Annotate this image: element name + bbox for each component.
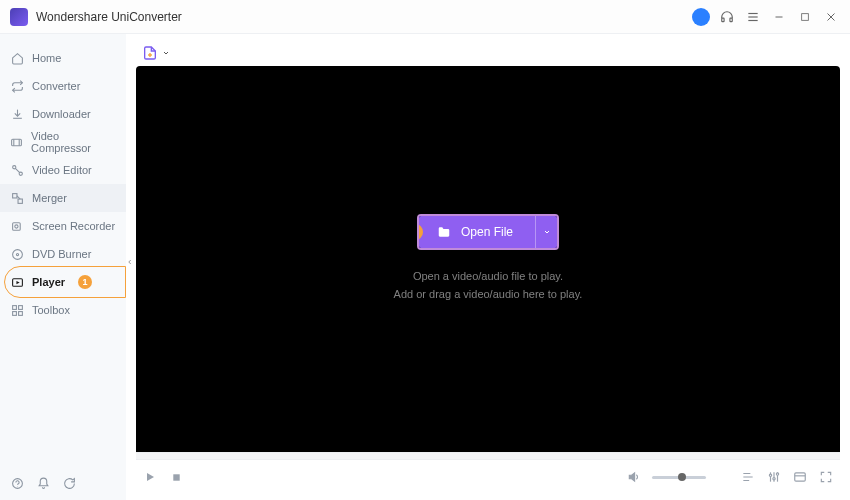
feedback-icon[interactable] xyxy=(62,476,76,490)
app-window: Wondershare UniConverter Home Converter … xyxy=(0,0,850,500)
sidebar-item-label: Video Compressor xyxy=(31,130,116,154)
sidebar-item-editor[interactable]: Video Editor xyxy=(0,156,126,184)
svg-marker-23 xyxy=(16,280,19,283)
svg-line-14 xyxy=(15,168,19,172)
headphones-icon[interactable] xyxy=(718,8,736,26)
merger-icon xyxy=(10,191,24,205)
snapshot-button[interactable] xyxy=(792,469,808,485)
hint-line-2: Add or drag a video/audio here to play. xyxy=(394,286,583,304)
svg-rect-33 xyxy=(173,474,179,480)
settings-button[interactable] xyxy=(766,469,782,485)
playback-controls xyxy=(136,460,840,494)
svg-point-40 xyxy=(776,473,778,475)
player-area[interactable]: 2 Open File Open a video/audio file to p… xyxy=(136,66,840,452)
close-button[interactable] xyxy=(822,8,840,26)
sidebar-item-label: Downloader xyxy=(32,108,91,120)
svg-rect-0 xyxy=(722,18,724,22)
titlebar: Wondershare UniConverter xyxy=(0,0,850,34)
help-icon[interactable] xyxy=(10,476,24,490)
svg-point-20 xyxy=(12,249,22,259)
svg-rect-1 xyxy=(730,18,732,22)
sidebar-item-toolbox[interactable]: Toolbox xyxy=(0,296,126,324)
sidebar-item-label: Toolbox xyxy=(32,304,70,316)
app-logo xyxy=(10,8,28,26)
svg-rect-16 xyxy=(18,199,22,203)
add-file-button[interactable] xyxy=(142,45,170,61)
svg-rect-24 xyxy=(12,305,16,309)
file-add-icon xyxy=(142,45,158,61)
toolbox-icon xyxy=(10,303,24,317)
minimize-button[interactable] xyxy=(770,8,788,26)
chevron-down-icon xyxy=(543,228,551,236)
home-icon xyxy=(10,51,24,65)
sidebar-item-compressor[interactable]: Video Compressor xyxy=(0,128,126,156)
sidebar-item-home[interactable]: Home xyxy=(0,44,126,72)
sidebar-item-merger[interactable]: Merger xyxy=(0,184,126,212)
body: Home Converter Downloader Video Compress… xyxy=(0,34,850,500)
user-avatar[interactable] xyxy=(692,8,710,26)
open-file-group: 2 Open File xyxy=(417,214,559,250)
seek-bar[interactable] xyxy=(136,452,840,460)
svg-point-19 xyxy=(14,224,17,227)
svg-point-39 xyxy=(773,478,775,480)
dvd-icon xyxy=(10,247,24,261)
svg-rect-9 xyxy=(12,139,22,146)
svg-rect-27 xyxy=(18,311,22,315)
sidebar: Home Converter Downloader Video Compress… xyxy=(0,34,126,500)
sidebar-item-label: Converter xyxy=(32,80,80,92)
folder-icon xyxy=(437,225,451,239)
open-file-label: Open File xyxy=(461,225,513,239)
converter-icon xyxy=(10,79,24,93)
compressor-icon xyxy=(10,135,23,149)
hint-line-1: Open a video/audio file to play. xyxy=(394,268,583,286)
play-button[interactable] xyxy=(142,469,158,485)
sidebar-item-label: Home xyxy=(32,52,61,64)
recorder-icon xyxy=(10,219,24,233)
chevron-down-icon xyxy=(162,49,170,57)
callout-badge-1: 1 xyxy=(78,275,92,289)
sidebar-item-label: DVD Burner xyxy=(32,248,91,260)
sidebar-item-label: Merger xyxy=(32,192,67,204)
open-file-dropdown[interactable] xyxy=(535,216,557,248)
svg-point-38 xyxy=(769,474,771,476)
sidebar-item-dvd[interactable]: DVD Burner xyxy=(0,240,126,268)
open-file-button[interactable]: Open File xyxy=(419,216,535,248)
svg-rect-41 xyxy=(795,473,806,481)
main: 2 Open File Open a video/audio file to p… xyxy=(126,34,850,500)
sidebar-item-converter[interactable]: Converter xyxy=(0,72,126,100)
toolbar xyxy=(136,40,840,66)
sidebar-item-player[interactable]: Player 1 xyxy=(0,268,126,296)
svg-rect-15 xyxy=(12,193,16,197)
player-icon xyxy=(10,275,24,289)
sidebar-item-downloader[interactable]: Downloader xyxy=(0,100,126,128)
bell-icon[interactable] xyxy=(36,476,50,490)
volume-slider[interactable] xyxy=(652,476,706,479)
app-title: Wondershare UniConverter xyxy=(36,10,182,24)
subtitle-button[interactable] xyxy=(740,469,756,485)
svg-rect-26 xyxy=(12,311,16,315)
svg-point-28 xyxy=(12,478,22,488)
sidebar-item-label: Screen Recorder xyxy=(32,220,115,232)
maximize-button[interactable] xyxy=(796,8,814,26)
sidebar-bottom xyxy=(0,466,126,500)
downloader-icon xyxy=(10,107,24,121)
volume-icon[interactable] xyxy=(626,469,642,485)
fullscreen-button[interactable] xyxy=(818,469,834,485)
editor-icon xyxy=(10,163,24,177)
stop-button[interactable] xyxy=(168,469,184,485)
svg-marker-34 xyxy=(629,473,634,481)
svg-point-21 xyxy=(16,253,18,255)
sidebar-item-label: Video Editor xyxy=(32,164,92,176)
svg-rect-6 xyxy=(802,13,809,20)
menu-icon[interactable] xyxy=(744,8,762,26)
svg-rect-25 xyxy=(18,305,22,309)
svg-marker-32 xyxy=(147,473,154,481)
sidebar-item-label: Player xyxy=(32,276,65,288)
player-hint: Open a video/audio file to play. Add or … xyxy=(394,268,583,303)
sidebar-item-recorder[interactable]: Screen Recorder xyxy=(0,212,126,240)
svg-rect-18 xyxy=(12,222,20,230)
